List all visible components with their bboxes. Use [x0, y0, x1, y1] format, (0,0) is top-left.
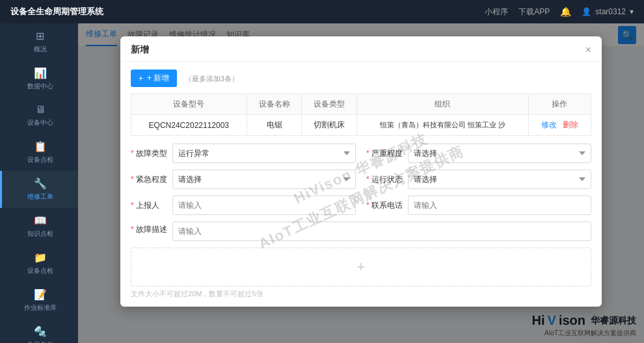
sidebar-item-spare-parts[interactable]: 🔩 备品备件 — [0, 319, 78, 343]
urgency-select[interactable]: 请选择 — [172, 170, 356, 189]
sidebar-label-overview: 概况 — [34, 45, 47, 54]
col-action: 操作 — [528, 94, 591, 115]
overview-icon: ⊞ — [36, 30, 44, 42]
sidebar-label-data-center: 数据中心 — [27, 82, 53, 91]
cell-action: 修改 删除 — [528, 115, 591, 136]
cell-type: 切割机床 — [302, 115, 357, 136]
col-name: 设备名称 — [247, 94, 302, 115]
spare-parts-icon: 🔩 — [34, 325, 47, 338]
form-row-2: 紧急程度 请选择 运行状态 请选择 — [131, 170, 591, 189]
form-row-1: 故障类型 运行异常 严重程度 请选择 — [131, 144, 591, 163]
sidebar-label-knowledge: 知识点检 — [27, 229, 53, 238]
severity-label: 严重程度 — [366, 148, 403, 159]
upload-area[interactable]: + — [131, 248, 591, 286]
add-device-button[interactable]: + + 新增 — [131, 70, 177, 87]
device-spot-icon: 📋 — [34, 140, 47, 153]
description-input[interactable] — [172, 222, 591, 241]
top-header: 设备全生命周期管理系统 小程序 下载APP 🔔 👤 star0312 ▾ — [0, 0, 644, 23]
sidebar-item-maintenance[interactable]: 🔧 维修工单 — [0, 171, 78, 208]
sidebar-item-work-standard[interactable]: 📝 作业标准库 — [0, 282, 78, 319]
username: star0312 — [595, 7, 626, 16]
cell-name: 电锯 — [247, 115, 302, 136]
data-center-icon: 📊 — [34, 67, 47, 79]
contact-label: 联系电话 — [366, 200, 403, 211]
sidebar-label-device-file: 设备点检 — [27, 266, 53, 275]
modal-close-button[interactable]: × — [585, 45, 591, 55]
sidebar-label-maintenance: 维修工单 — [27, 192, 53, 201]
mini-program-link[interactable]: 小程序 — [485, 6, 508, 18]
table-header-row: 设备型号 设备名称 设备类型 组织 操作 — [131, 94, 591, 115]
upload-plus-icon: + — [357, 259, 366, 275]
notification-icon[interactable]: 🔔 — [560, 6, 571, 17]
reporter-input[interactable] — [172, 196, 356, 215]
edit-button[interactable]: 修改 — [541, 120, 557, 131]
cell-model: EQCN24C2022112003 — [131, 115, 247, 136]
table-body: EQCN24C2022112003 电锯 切割机床 恒策（青岛）科技有限公司 恒… — [131, 115, 591, 136]
run-status-select[interactable]: 请选择 — [408, 170, 591, 189]
cell-org: 恒策（青岛）科技有限公司 恒策工业 沙 — [357, 115, 528, 136]
fault-type-select[interactable]: 运行异常 — [172, 144, 356, 163]
delete-button[interactable]: 删除 — [563, 120, 578, 131]
sidebar-label-spare-parts: 备品备件 — [27, 340, 53, 343]
sidebar-label-device-spot: 设备点检 — [27, 155, 53, 164]
sidebar: ⊞ 概况 📊 数据中心 🖥 设备中心 📋 设备点检 🔧 维修工单 📖 知识点检 … — [0, 23, 78, 343]
maintenance-icon: 🔧 — [34, 177, 47, 190]
download-app-link[interactable]: 下载APP — [518, 6, 550, 18]
description-label: 故障描述 — [131, 224, 167, 235]
fault-type-group: 故障类型 运行异常 — [131, 144, 356, 163]
modal-title: 新增 — [131, 44, 149, 56]
sidebar-label-work-standard: 作业标准库 — [24, 303, 57, 312]
sidebar-item-overview[interactable]: ⊞ 概况 — [0, 23, 78, 60]
sidebar-item-device-center[interactable]: 🖥 设备中心 — [0, 97, 78, 134]
upload-section: + 文件大小不可超过20M，数量不可超过5张 — [131, 248, 591, 299]
add-hint: （最多添加3条） — [185, 75, 239, 83]
device-file-icon: 📁 — [34, 251, 47, 264]
modal-body: + + 新增 （最多添加3条） 设备型号 设备名称 设备类型 组织 — [120, 62, 602, 307]
modal-header: 新增 × — [120, 36, 602, 62]
main-layout: ⊞ 概况 📊 数据中心 🖥 设备中心 📋 设备点检 🔧 维修工单 📖 知识点检 … — [0, 23, 644, 343]
work-standard-icon: 📝 — [34, 288, 47, 301]
run-status-group: 运行状态 请选择 — [366, 170, 591, 189]
sidebar-item-data-center[interactable]: 📊 数据中心 — [0, 60, 78, 97]
urgency-group: 紧急程度 请选择 — [131, 170, 356, 189]
table-row: EQCN24C2022112003 电锯 切割机床 恒策（青岛）科技有限公司 恒… — [131, 115, 591, 136]
sidebar-item-knowledge[interactable]: 📖 知识点检 — [0, 208, 78, 245]
device-table: 设备型号 设备名称 设备类型 组织 操作 EQCN24C2022112003 电… — [131, 94, 591, 136]
sidebar-label-device-center: 设备中心 — [27, 118, 53, 127]
upload-hint: 文件大小不可超过20M，数量不可超过5张 — [131, 289, 591, 299]
user-info: 👤 star0312 ▾ — [582, 7, 634, 16]
add-icon: + — [139, 74, 143, 83]
col-org: 组织 — [357, 94, 528, 115]
description-group: 故障描述 — [131, 222, 591, 241]
knowledge-icon: 📖 — [34, 214, 47, 227]
severity-group: 严重程度 请选择 — [366, 144, 591, 163]
col-model: 设备型号 — [131, 94, 247, 115]
sidebar-item-device-spot[interactable]: 📋 设备点检 — [0, 134, 78, 171]
form-row-3: 上报人 联系电话 — [131, 196, 591, 215]
header-right: 小程序 下载APP 🔔 👤 star0312 ▾ — [485, 6, 634, 18]
app-title: 设备全生命周期管理系统 — [10, 6, 103, 18]
fault-type-label: 故障类型 — [131, 148, 167, 159]
device-center-icon: 🖥 — [35, 104, 46, 116]
severity-select[interactable]: 请选择 — [408, 144, 591, 163]
form-row-4: 故障描述 — [131, 222, 591, 241]
urgency-label: 紧急程度 — [131, 174, 167, 185]
sidebar-item-device-file[interactable]: 📁 设备点检 — [0, 245, 78, 282]
col-type: 设备类型 — [302, 94, 357, 115]
modal-overlay: 新增 × + + 新增 （最多添加3条） — [78, 23, 644, 343]
reporter-label: 上报人 — [131, 200, 167, 211]
user-avatar-icon: 👤 — [582, 7, 591, 16]
content-area: 维修工单 故障记录 维修统计情况 知识库 🔍 新增 × — [78, 23, 644, 343]
add-btn-area: + + 新增 （最多添加3条） — [131, 70, 591, 87]
contact-input[interactable] — [408, 196, 591, 215]
dropdown-arrow-icon[interactable]: ▾ — [630, 7, 634, 16]
form-section: 故障类型 运行异常 严重程度 请选择 — [131, 144, 591, 299]
table-header: 设备型号 设备名称 设备类型 组织 操作 — [131, 94, 591, 115]
modal: 新增 × + + 新增 （最多添加3条） — [120, 36, 602, 307]
contact-group: 联系电话 — [366, 196, 591, 215]
run-status-label: 运行状态 — [366, 174, 403, 185]
reporter-group: 上报人 — [131, 196, 356, 215]
